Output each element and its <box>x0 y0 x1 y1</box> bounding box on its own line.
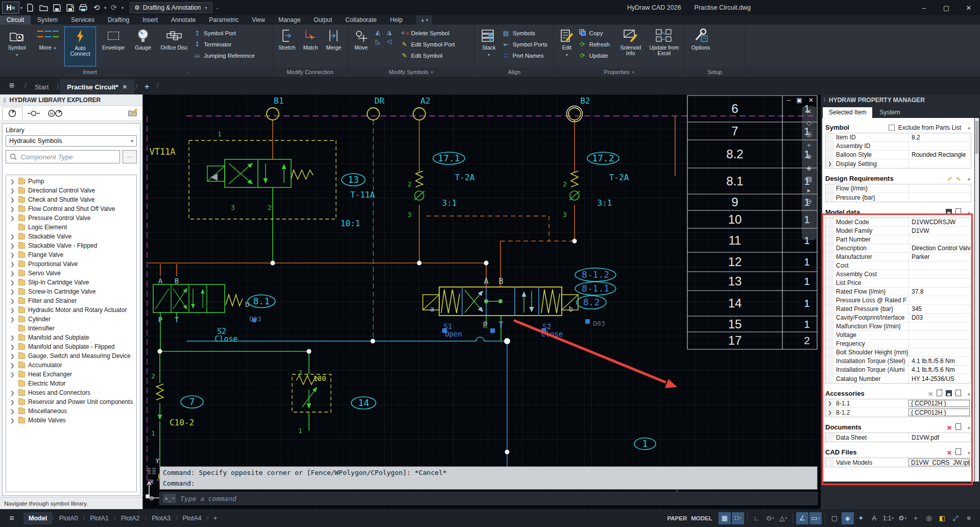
tree-item[interactable]: ❯Check and Shuttle Valve <box>6 195 136 204</box>
tree-item[interactable]: ❯Cylinder <box>6 315 136 324</box>
tree-item[interactable]: ❯Manifold and Subplate <box>6 333 136 342</box>
symbol-port-button[interactable]: ↥Symbol Port <box>193 29 265 38</box>
settings-icon[interactable]: ⚙▾ <box>896 512 909 524</box>
command-prompt-icon[interactable]: >_▾ <box>163 494 176 503</box>
command-grip-icon[interactable]: ⣿⣿ <box>147 467 157 474</box>
command-input[interactable]: >_▾ Type a command <box>159 492 818 505</box>
new-file-icon[interactable] <box>23 2 37 14</box>
delete-symbol-button[interactable]: ✧✕Delete Symbol <box>400 29 472 38</box>
panel-grip-icon[interactable]: ⣿ <box>3 98 7 103</box>
property-value[interactable] <box>909 193 971 202</box>
drawing-canvas[interactable]: 1317.117.28.171418-1.28-1.18.2 B1DRA2B2V… <box>143 94 821 509</box>
chevron-right-icon[interactable]: ❯ <box>10 399 15 405</box>
tree-item[interactable]: ❯Servo Valve <box>6 269 136 278</box>
auto-connect-button[interactable]: Auto Connect <box>64 27 96 66</box>
property-value[interactable] <box>909 331 971 339</box>
tree-item[interactable]: ❯Hoses and Connectors <box>6 388 136 397</box>
navbar-icon[interactable]: + <box>807 142 811 149</box>
property-value[interactable] <box>909 270 971 278</box>
property-value[interactable]: D1VWCDRSJW <box>909 218 971 226</box>
ribbon-tab-system[interactable]: System <box>31 15 64 25</box>
delete-gray-icon[interactable]: ✕ <box>928 389 933 398</box>
layout-tab-plota1[interactable]: PlotA1 <box>85 512 114 524</box>
tree-item[interactable]: ❯Mobile Valves <box>6 416 136 425</box>
navbar-icon[interactable]: ▤ <box>806 176 812 182</box>
undo-caret-icon[interactable]: ▾ <box>104 6 106 10</box>
tree-item[interactable]: ❯Reservoir and Power Unit components <box>6 397 136 406</box>
navbar-icon[interactable]: ◇ <box>806 119 811 126</box>
tree-item[interactable]: Electric Motor <box>6 379 136 388</box>
edit-symbol-port-button[interactable]: ✎Edit Symbol Port <box>400 40 472 49</box>
collapse-icon[interactable]: ▲ <box>967 125 971 130</box>
rotate-right-icon[interactable]: ◺ <box>374 38 382 45</box>
orifice-disc-button[interactable]: Orifice Disc <box>156 27 192 66</box>
property-value[interactable]: 345 <box>909 305 971 313</box>
property-row[interactable]: ❯Display Setting <box>826 159 971 168</box>
gauge-button[interactable]: Gauge <box>131 27 155 66</box>
workspace-switcher[interactable]: ⚙ Drafting & Annotation ▾ <box>130 2 212 13</box>
chevron-right-icon[interactable]: ❯ <box>10 271 15 276</box>
group-label-modify-connection[interactable]: Modify Connection <box>273 67 347 77</box>
property-value[interactable] <box>909 184 971 193</box>
object-snap-icon[interactable]: ▭▾ <box>809 512 822 524</box>
property-value[interactable] <box>909 235 971 244</box>
property-row[interactable]: ❯8-1.1{ CCP012H } <box>826 399 971 408</box>
minimize-button[interactable]: – <box>913 0 935 15</box>
workspace-extra-caret-icon[interactable]: ⌄ <box>216 6 219 10</box>
tree-item[interactable]: ❯Miscellaneous <box>6 406 136 416</box>
group-label-modify-symbols[interactable]: Modify Symbols▾ <box>347 67 475 77</box>
ribbon-tab-parametric[interactable]: Parametric <box>202 15 245 25</box>
ortho-icon[interactable]: ∟ <box>751 512 763 524</box>
property-row[interactable]: Installation Torque (Alumi4.1 lb.ft./5.6… <box>826 366 971 374</box>
symbol-button[interactable]: Symbol▾ <box>2 27 32 66</box>
property-value[interactable] <box>909 296 971 304</box>
navbar-icon[interactable]: ⊕ <box>806 153 812 160</box>
command-history[interactable]: Command: Specify opposite corner or [Fen… <box>159 466 818 490</box>
chevron-right-icon[interactable]: ❯ <box>10 261 15 267</box>
property-row[interactable]: Bolt Shoulder Height {mm} <box>826 348 971 357</box>
stretch-button[interactable]: Stretch <box>275 27 298 66</box>
file-tab-drawing[interactable]: Practise Circuit*✕ <box>60 79 134 94</box>
property-row[interactable]: Part Number <box>826 235 971 244</box>
collapse-icon[interactable]: ▲ <box>967 210 971 215</box>
property-value[interactable] <box>909 279 971 287</box>
property-value[interactable] <box>909 340 971 348</box>
ribbon-tab-help[interactable]: Help <box>384 15 410 25</box>
command-close-icon[interactable]: ✕ <box>149 478 154 486</box>
property-row[interactable]: Voltage <box>826 331 971 340</box>
more-button[interactable]: More ▾ <box>33 27 63 66</box>
property-value[interactable]: D1VW_CDRS_JW.ipt <box>909 459 970 466</box>
navbar-icon[interactable]: ✕ <box>806 108 812 115</box>
jumping-reference-button[interactable]: ▭Jumping Reference <box>193 51 265 60</box>
navbar-icon[interactable]: ◈ <box>806 164 811 171</box>
align-port-names-button[interactable]: ∷Port Names <box>502 51 552 60</box>
library-tab-assemblies[interactable]: M <box>45 107 65 120</box>
tree-item[interactable]: ❯Pump <box>6 177 136 186</box>
tree-item[interactable]: ❯Manifold and Subplate - Flipped <box>6 342 136 351</box>
chevron-right-icon[interactable]: ❯ <box>10 307 15 313</box>
close-button[interactable]: ✕ <box>958 0 980 15</box>
copy-properties-button[interactable]: Copy <box>579 29 615 38</box>
property-row[interactable]: Flow {l/min} <box>826 184 971 193</box>
chevron-right-icon[interactable]: ❯ <box>10 418 15 423</box>
property-row[interactable]: Assembly ID <box>826 142 971 151</box>
snap-icon[interactable]: ∷▾ <box>732 512 744 524</box>
tree-item[interactable]: ❯Filter and Strainer <box>6 296 136 305</box>
update-from-excel-button[interactable]: Update from Excel <box>647 27 682 66</box>
library-select[interactable]: Hydraulic Symbols ▾ <box>6 135 137 147</box>
tree-item[interactable]: ❯Hydraulic Motor and Rotary Actuator <box>6 305 136 315</box>
envelope-button[interactable]: Envelope <box>97 27 130 66</box>
selection-cycling-icon[interactable]: ▢ <box>828 512 841 524</box>
chevron-right-icon[interactable]: ❯ <box>10 206 15 212</box>
note-pencil-icon[interactable]: ✎ <box>956 174 961 183</box>
ribbon-tab-output[interactable]: Output <box>307 15 339 25</box>
tree-item[interactable]: ❯Flange Valve <box>6 250 136 259</box>
navigation-bar[interactable]: ✕◇◎+⊕◈▤▸⊖ <box>802 106 816 240</box>
property-row[interactable]: Item ID8.2 <box>826 133 971 142</box>
chevron-right-icon[interactable]: ❯ <box>10 317 15 322</box>
collapse-icon[interactable]: ▲ <box>967 450 971 455</box>
group-label-setup[interactable]: Setup <box>684 67 746 77</box>
3d-osnap-icon[interactable]: ✦ <box>855 512 867 524</box>
rotate-left-icon[interactable]: ◭ <box>374 29 382 36</box>
search-more-button[interactable]: ··· <box>123 150 137 163</box>
